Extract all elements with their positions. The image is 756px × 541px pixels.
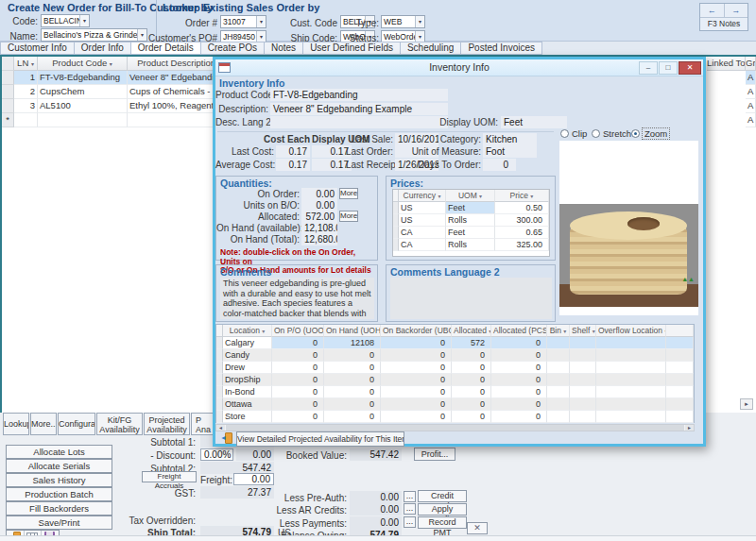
location-cell[interactable]: DropShip (223, 374, 272, 386)
view-projected-availability-button[interactable]: View Detailed Projected Availability for… (236, 431, 404, 447)
location-row[interactable]: In-Bond 0 0 0 0 0 (216, 386, 694, 398)
zoom-radio-label[interactable]: Zoom (643, 128, 669, 139)
product-code-cell[interactable]: AL5100 (38, 99, 128, 113)
location-row[interactable]: Store 0 0 0 0 0 (216, 411, 694, 423)
gr-column-header[interactable]: Gr (746, 57, 756, 71)
uom-column-header[interactable]: UOM ▾ (446, 190, 495, 202)
name-combo[interactable]: Bellacino's Pizza & Grinders ▾ (41, 28, 147, 42)
on-po-cell[interactable]: 0 (272, 349, 324, 362)
on-backorder-cell[interactable]: 0 (381, 398, 452, 411)
on-hand-cell[interactable]: 0 (324, 349, 381, 362)
ln-cell[interactable]: 3 (14, 99, 38, 113)
overflow-location-cell[interactable] (596, 411, 666, 423)
minimize-button[interactable]: – (639, 61, 658, 75)
action-button[interactable]: Production Batch (6, 487, 112, 501)
tab[interactable]: Create POs (201, 42, 265, 55)
price-row[interactable]: CA Feet 0.65 (393, 227, 549, 239)
action-button[interactable]: Allocate Lots (6, 445, 112, 459)
allocated-more-button[interactable]: More (339, 211, 358, 222)
row-selector[interactable] (2, 71, 14, 85)
profit-button[interactable]: Profit... (414, 448, 455, 461)
allocated-cell[interactable]: 0 (452, 411, 491, 423)
location-cell[interactable]: Calgary (223, 337, 272, 349)
product-code-cell[interactable]: CupsChem (38, 85, 128, 99)
action-button[interactable]: Sales History (6, 473, 112, 487)
allocated-cell[interactable]: 0 (452, 386, 491, 398)
dropdown-icon[interactable]: ▾ (79, 15, 89, 26)
detail-tab[interactable]: Projected Availability (144, 413, 190, 435)
currency-cell[interactable]: US (399, 214, 446, 227)
gr-cell[interactable]: A (746, 85, 756, 99)
tab[interactable]: Order Details (131, 42, 201, 55)
overflow-location-cell[interactable] (596, 362, 666, 374)
location-row[interactable]: Calgary 0 12108 0 572 0 (216, 337, 694, 349)
freight-accruals-button[interactable]: Freight Accruals (142, 471, 197, 482)
overflow-location-column-header[interactable]: Overflow Location ▾ (596, 325, 666, 337)
payments-more-button[interactable]: ... (404, 516, 416, 528)
currency-cell[interactable]: US (399, 202, 446, 214)
record-pmt-button[interactable]: Record PMT (418, 516, 467, 529)
location-row[interactable]: Candy 0 0 0 0 0 (216, 349, 694, 362)
zoom-radio[interactable] (631, 129, 640, 138)
bin-cell[interactable] (547, 386, 570, 398)
linked-to-column-header[interactable]: Linked To ▾ (707, 57, 746, 71)
on-hand-cell[interactable]: 0 (324, 398, 381, 411)
shelf-cell[interactable] (570, 349, 596, 362)
shelf-cell[interactable] (570, 362, 596, 374)
allocated-pcs-cell[interactable]: 0 (491, 374, 547, 386)
allocated-cell[interactable]: 0 (452, 398, 491, 411)
shelf-cell[interactable] (570, 337, 596, 349)
bin-column-header[interactable]: Bin ▾ (547, 325, 570, 337)
allocated-pcs-column-header[interactable]: Allocated (PCS) ▾ (491, 325, 547, 337)
location-cell[interactable]: Ottawa (223, 398, 272, 411)
type-combo[interactable]: WEB ▾ (381, 15, 425, 28)
on-po-cell[interactable]: 0 (272, 374, 324, 386)
currency-column-header[interactable]: Currency ▾ (399, 190, 446, 202)
shelf-cell[interactable] (570, 411, 596, 423)
uom-cell[interactable]: Rolls (446, 239, 495, 251)
apply-credits-button[interactable]: Apply Credits (418, 503, 467, 516)
allocated-pcs-cell[interactable]: 0 (491, 411, 547, 423)
on-backorder-cell[interactable]: 0 (381, 349, 452, 362)
gr-cell[interactable]: A (746, 71, 756, 85)
bin-cell[interactable] (547, 349, 570, 362)
close-button[interactable]: ✕ (679, 61, 701, 75)
uom-cell[interactable]: Feet (446, 227, 495, 239)
detail-tab[interactable]: More... (30, 413, 57, 435)
gr-cell[interactable]: A (746, 99, 756, 113)
price-row[interactable]: US Rolls 300.00 (393, 214, 549, 227)
credit-cards-button[interactable]: Credit Cards (418, 490, 467, 502)
ar-credits-more-button[interactable]: ... (404, 503, 416, 515)
detail-tab[interactable]: Configurator (58, 413, 95, 435)
product-code-cell[interactable] (38, 113, 128, 127)
location-cell[interactable]: Candy (223, 349, 272, 362)
on-po-cell[interactable]: 0 (272, 362, 324, 374)
on-po-column-header[interactable]: On P/O (UOO) ▾ (272, 325, 324, 337)
location-row[interactable]: Ottawa 0 0 0 0 0 (216, 398, 694, 411)
shelf-cell[interactable] (570, 374, 596, 386)
on-hand-cell[interactable]: 0 (324, 374, 381, 386)
location-column-header[interactable]: Location ▾ (223, 325, 272, 337)
allocated-column-header[interactable]: Allocated ▾ (452, 325, 491, 337)
uom-cell[interactable]: Rolls (446, 214, 495, 227)
overflow-location-cell[interactable] (596, 374, 666, 386)
price-column-header[interactable]: Price ▾ (495, 190, 549, 202)
location-cell[interactable]: Store (223, 411, 272, 423)
allocated-pcs-cell[interactable]: 0 (491, 398, 547, 411)
ln-column-header[interactable]: LN ▾ (14, 57, 38, 71)
action-button[interactable]: Save/Print (6, 516, 112, 530)
tab[interactable]: Customer Info (0, 42, 75, 55)
allocated-cell[interactable]: 0 (452, 362, 491, 374)
comments-text[interactable]: This veneer edgebanding is pre-glued wit… (220, 278, 374, 319)
overflow-location-cell[interactable] (596, 337, 666, 349)
row-selector[interactable] (2, 85, 14, 99)
prev-note-button[interactable]: ← (700, 4, 724, 17)
allocated-cell[interactable]: 0 (452, 349, 491, 362)
delete-button[interactable]: ✕ (467, 522, 488, 534)
on-hand-cell[interactable]: 0 (324, 386, 381, 398)
dropdown-icon[interactable]: ▾ (256, 16, 266, 27)
bin-cell[interactable] (547, 337, 570, 349)
location-cell[interactable]: In-Bond (223, 386, 272, 398)
pre-auth-more-button[interactable]: ... (404, 491, 416, 502)
gr-cell[interactable]: A (746, 113, 756, 127)
